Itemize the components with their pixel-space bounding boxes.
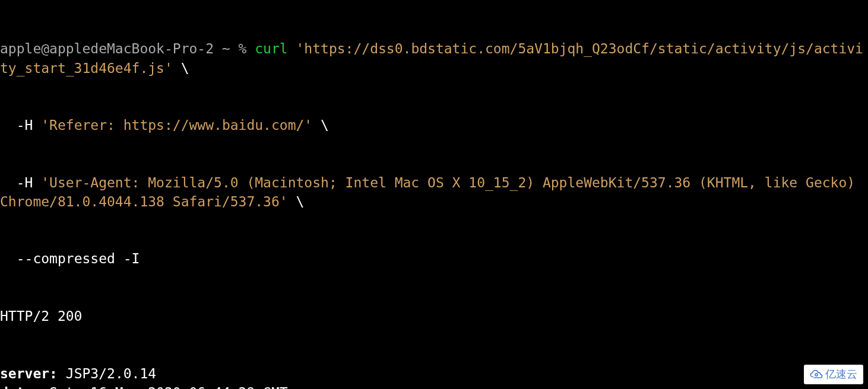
header-value: JSP3/2.0.14: [66, 366, 156, 381]
response-header-row: server: JSP3/2.0.14: [0, 364, 868, 383]
command-line-1: apple@appledeMacBook-Pro-2 ~ % curl 'htt…: [0, 39, 868, 77]
svg-point-0: [815, 374, 818, 376]
header-value: Sat, 16 May 2020 06:44:29 GMT: [49, 385, 288, 389]
command-name: curl: [255, 41, 287, 56]
response-headers: server: JSP3/2.0.14date: Sat, 16 May 202…: [0, 364, 868, 389]
command-line-2: -H 'Referer: https://www.baidu.com/' \: [0, 116, 868, 135]
response-header-row: date: Sat, 16 May 2020 06:44:29 GMT: [0, 383, 868, 389]
watermark-text: 亿速云: [825, 367, 857, 382]
command-flags: --compressed -I: [0, 251, 140, 266]
cloud-icon: [810, 369, 823, 379]
command-line-4: --compressed -I: [0, 249, 868, 268]
command-line-3: -H 'User-Agent: Mozilla/5.0 (Macintosh; …: [0, 173, 868, 211]
header-name: server: [0, 366, 49, 381]
http-status: HTTP/2 200: [0, 307, 868, 326]
watermark-badge: 亿速云: [804, 365, 863, 384]
terminal-output[interactable]: apple@appledeMacBook-Pro-2 ~ % curl 'htt…: [0, 0, 868, 389]
header-name: date: [0, 385, 33, 389]
shell-prompt: apple@appledeMacBook-Pro-2 ~ %: [0, 41, 255, 56]
header-referer: 'Referer: https://www.baidu.com/': [41, 117, 312, 133]
header-user-agent: 'User-Agent: Mozilla/5.0 (Macintosh; Int…: [0, 175, 863, 209]
